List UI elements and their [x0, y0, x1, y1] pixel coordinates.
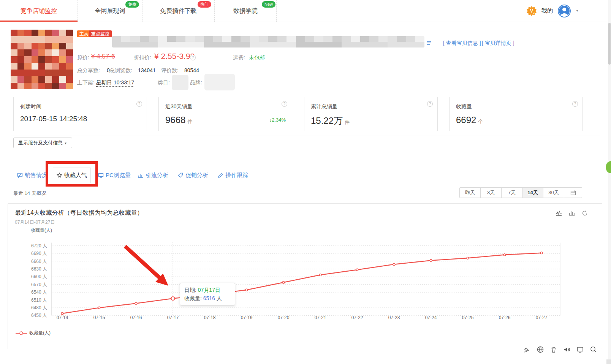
speaker-icon[interactable] [563, 346, 571, 353]
avatar[interactable] [558, 5, 571, 17]
svg-text:07-21: 07-21 [315, 315, 326, 320]
svg-text:6720 人: 6720 人 [31, 243, 47, 248]
view-count-label: 总浏览数: [109, 67, 132, 74]
top-navigation: 竞争店铺监控 全网展现词 免费 免费插件下载 热门 数据学院 New V 3 我… [0, 0, 611, 22]
svg-text:07-22: 07-22 [351, 315, 363, 320]
range-14d[interactable]: 14天 [522, 188, 543, 198]
tab-sales[interactable]: 销售情况 [17, 171, 47, 180]
star-icon [57, 173, 62, 178]
help-icon[interactable]: ? [136, 101, 142, 107]
card-favorites: 收藏量 ? 6692个 [449, 97, 583, 131]
tooltip-date-value: 07月17日 [198, 287, 220, 293]
nav-tab-label: 竞争店铺监控 [21, 8, 57, 14]
card-title: 收藏量 [456, 103, 472, 110]
nav-tab-keywords[interactable]: 全网展现词 免费 [78, 0, 142, 22]
tab-operation-tracking[interactable]: 操作跟踪 [218, 171, 248, 180]
price-help-icon[interactable]: ? [190, 55, 196, 60]
range-30d[interactable]: 30天 [543, 188, 564, 198]
svg-text:6540 人: 6540 人 [31, 290, 47, 295]
account-dropdown-caret[interactable]: ▼ [576, 9, 579, 13]
brand-label: 品牌: [190, 79, 202, 86]
svg-text:6660 人: 6660 人 [31, 259, 47, 264]
tab-favorites-popularity[interactable]: 收藏人气 [53, 168, 91, 183]
svg-text:07-26: 07-26 [499, 315, 511, 320]
help-icon[interactable]: ? [427, 101, 433, 107]
trash-icon[interactable] [550, 346, 557, 353]
product-title-blurred [112, 36, 424, 47]
nav-tab-academy[interactable]: 数据学院 New [215, 0, 277, 22]
tab-pc-views[interactable]: PC浏览量 [98, 171, 131, 180]
nav-tab-plugin-download[interactable]: 免费插件下载 热门 [142, 0, 215, 22]
vertical-scrollbar[interactable] [608, 0, 611, 364]
svg-text:V: V [530, 8, 533, 14]
my-account-label[interactable]: 我的 [541, 7, 553, 14]
pin-icon[interactable] [523, 346, 531, 353]
tooltip-date-label: 日期: [184, 287, 196, 293]
calendar-button[interactable] [564, 188, 582, 198]
help-icon[interactable]: ? [572, 101, 578, 107]
toggle-label: 显示服务及支付信息 [18, 140, 63, 146]
scrollbar-thumb[interactable] [608, 23, 611, 65]
tab-label: 促销分析 [185, 172, 208, 179]
svg-text:07-18: 07-18 [204, 315, 216, 320]
range-7d[interactable]: 7天 [502, 188, 522, 198]
tab-label: 收藏人气 [64, 172, 87, 179]
range-yesterday[interactable]: 昨天 [460, 188, 481, 198]
view-item-info-link[interactable]: [ 查看宝贝信息 ] [443, 40, 481, 47]
orig-price-value: ¥ 4.57-6 [91, 53, 115, 60]
item-detail-page-link[interactable]: [ 宝贝详情页 ] [482, 40, 514, 47]
share-count-label: 总分享数: [77, 67, 100, 74]
show-service-payment-button[interactable]: 显示服务及支付信息 ▼ [13, 138, 72, 148]
svg-text:07-19: 07-19 [241, 315, 253, 320]
range-3d[interactable]: 3天 [481, 188, 502, 198]
product-image-blurred [11, 30, 73, 89]
legend-label: 收藏量(人) [29, 330, 51, 336]
svg-text:6630 人: 6630 人 [31, 266, 47, 272]
nav-tab-label: 免费插件下载 [160, 8, 197, 14]
tab-label: 销售情况 [25, 172, 47, 179]
line-chart-plot: 6720 人6690 人6660 人6630 人6600 人6570 人6540… [8, 204, 602, 349]
tab-promotion-analysis[interactable]: 促销分析 [178, 171, 208, 180]
legend-item-favorites[interactable]: 收藏量(人) [16, 330, 51, 336]
svg-text:6600 人: 6600 人 [31, 274, 47, 279]
tab-label: 操作跟踪 [225, 172, 248, 179]
svg-text:07-27: 07-27 [536, 315, 548, 320]
brand-blurred [204, 74, 235, 90]
monitor-icon [98, 173, 104, 178]
shipping-label: 运费: [233, 54, 245, 61]
tooltip-unit: 人 [217, 295, 222, 301]
nav-tab-shop-monitor[interactable]: 竞争店铺监控 [0, 0, 78, 22]
card-value: 9668 [165, 115, 185, 125]
rank-icon [426, 40, 432, 46]
review-count-label: 评价数: [161, 67, 179, 74]
chat-icon [17, 173, 23, 178]
page: 竞争店铺监控 全网展现词 免费 免费插件下载 热门 数据学院 New V 3 我… [0, 0, 611, 364]
nav-tab-label: 数据学院 [233, 8, 258, 14]
calendar-icon [570, 190, 576, 196]
bottom-toolbar [523, 346, 597, 353]
browser-icon[interactable] [537, 346, 544, 353]
window-icon[interactable] [576, 346, 584, 353]
svg-text:6690 人: 6690 人 [31, 251, 47, 256]
review-count-value: 80544 [184, 67, 199, 73]
range-summary: 最近 14 天概况 [13, 190, 46, 197]
hot-badge: 热门 [198, 1, 211, 8]
floating-widget-sliver[interactable] [606, 161, 611, 173]
svg-text:6480 人: 6480 人 [31, 305, 47, 310]
tab-traffic-analysis[interactable]: 引流分析 [138, 171, 168, 180]
search-icon[interactable] [590, 346, 597, 353]
vip-level-icon[interactable]: V 3 [527, 6, 537, 16]
svg-text:6450 人: 6450 人 [31, 313, 47, 318]
help-icon[interactable]: ? [282, 101, 287, 107]
range-button-group: 昨天 3天 7天 14天 30天 [459, 187, 582, 198]
svg-text:3: 3 [533, 11, 535, 14]
card-value: 2017-05-15 14:25:48 [20, 115, 87, 123]
card-unit: 件 [345, 119, 350, 125]
svg-text:07-20: 07-20 [278, 315, 290, 320]
card-title: 创建时间 [20, 103, 41, 110]
tabs-divider [0, 183, 611, 183]
svg-text:07-23: 07-23 [388, 315, 400, 320]
shipping-value: 未包邮 [249, 54, 265, 61]
active-tab-underline [0, 21, 78, 22]
svg-text:07-16: 07-16 [130, 315, 142, 320]
